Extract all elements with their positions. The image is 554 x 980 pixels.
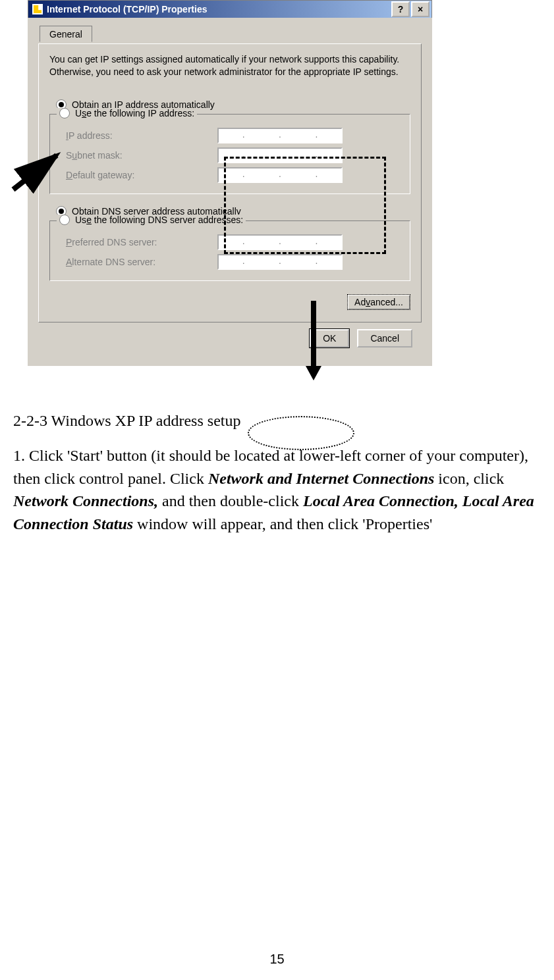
ip-address-label: IP address: bbox=[66, 130, 217, 141]
advanced-button[interactable]: Advanced... bbox=[347, 294, 410, 310]
window-title: Internet Protocol (TCP/IP) Properties bbox=[47, 4, 390, 14]
tab-panel-general: You can get IP settings assigned automat… bbox=[38, 43, 422, 322]
tcpip-properties-dialog: Internet Protocol (TCP/IP) Properties ? … bbox=[28, 0, 432, 366]
default-gateway-input[interactable]: ... bbox=[217, 167, 343, 183]
alternate-dns-input[interactable]: ... bbox=[217, 254, 343, 270]
ip-address-input[interactable]: ... bbox=[217, 128, 343, 143]
description-text: You can get IP settings assigned automat… bbox=[49, 53, 410, 78]
dialog-body: General You can get IP settings assigned… bbox=[28, 18, 432, 366]
ok-button[interactable]: OK bbox=[310, 329, 349, 348]
help-button[interactable]: ? bbox=[391, 1, 410, 17]
titlebar[interactable]: Internet Protocol (TCP/IP) Properties ? … bbox=[28, 0, 432, 18]
radio-use-ip-label: Use the following IP address: bbox=[75, 108, 194, 118]
subnet-mask-label: Subnet mask: bbox=[66, 150, 217, 161]
radio-use-dns[interactable] bbox=[59, 215, 70, 225]
dialog-footer: OK Cancel bbox=[38, 322, 422, 355]
instruction-step-1: 1. Click 'Start' button (it should be lo… bbox=[13, 444, 543, 536]
close-button[interactable]: × bbox=[411, 1, 429, 17]
radio-use-ip[interactable] bbox=[59, 108, 70, 118]
tcpip-icon bbox=[32, 4, 43, 14]
group-use-ip: Use the following IP address: IP address… bbox=[49, 114, 410, 194]
preferred-dns-input[interactable]: ... bbox=[217, 234, 343, 250]
group-use-dns: Use the following DNS server addresses: … bbox=[49, 220, 410, 281]
preferred-dns-label: Preferred DNS server: bbox=[66, 237, 217, 247]
cancel-button[interactable]: Cancel bbox=[357, 329, 412, 348]
alternate-dns-label: Alternate DNS server: bbox=[66, 257, 217, 267]
page-number: 15 bbox=[0, 952, 554, 967]
tab-general[interactable]: General bbox=[40, 26, 92, 42]
section-heading: 2-2-3 Windows XP IP address setup bbox=[13, 412, 543, 430]
default-gateway-label: Default gateway: bbox=[66, 170, 217, 180]
radio-use-dns-label: Use the following DNS server addresses: bbox=[75, 215, 243, 225]
subnet-mask-input[interactable]: ... bbox=[217, 147, 343, 163]
